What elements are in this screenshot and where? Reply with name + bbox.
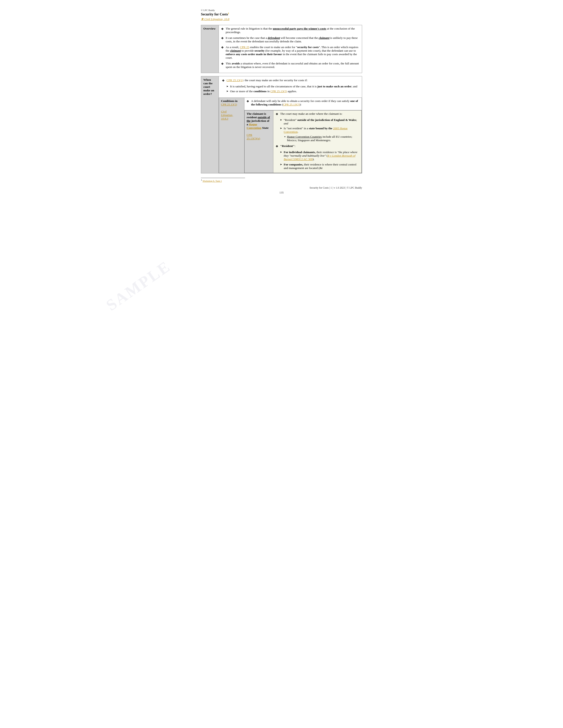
inner-right-resident: "Resident": [275, 144, 359, 148]
footnote: 1 Workshop 6, Task 1 [201, 179, 362, 182]
inner-right-col: The court may make an order where the cl… [273, 111, 362, 173]
inner-right-companies: For companies, their residence is where … [280, 163, 359, 170]
conditions-col2-wrapper: A defendant will only be able to obtain … [244, 98, 362, 173]
when-court-bullet-1: CPR 25.13(1): the court may make an orde… [222, 79, 359, 83]
when-court-content: CPR 25.13(1): the court may make an orde… [219, 76, 362, 173]
overview-table: Overview The general rule in litigation … [201, 25, 362, 73]
when-court-sub-bullet-2: One or more of the conditions in CPR 25.… [226, 90, 359, 93]
inner-right-sub-2: Is "not resident" in a state bound by th… [280, 127, 359, 134]
page-footer: Security for Costs | 1 | v 1.0 2023 | © … [201, 186, 362, 190]
footnote-line [201, 178, 245, 178]
cpr-25-13-2-conditions-link[interactable]: CPR 25.13(2) [221, 103, 237, 106]
hague-convention-link[interactable]: Hague Convention [246, 123, 261, 129]
conditions-table: Conditions in CPR 25.13(2) CivilLitigati… [219, 98, 362, 173]
copyright: © LPC Buddy [201, 9, 362, 11]
conditions-intro: A defendant will only be able to obtain … [246, 99, 360, 106]
when-court-sub-bullet-1: It is satisfied, having regard to all th… [226, 85, 359, 88]
inner-right-individual: For individual claimants, their residenc… [280, 150, 359, 161]
conditions-col1: Conditions in CPR 25.13(2) CivilLitigati… [219, 98, 244, 173]
page-title: Security for Costs1 [201, 12, 362, 16]
overview-bullet-3: As a result, CPR 25 enables the court to… [221, 45, 360, 60]
overview-bullet-4: This avoids a situation where, even if t… [221, 62, 360, 69]
subtitle-link[interactable]: Civil Litigation, 10.8 [201, 17, 362, 21]
civil-lit-link[interactable]: CivilLitigation,10.8.3 [221, 110, 233, 120]
overview-header: Overview [201, 25, 219, 73]
inner-right-square-1: Hague Convention Countries include all E… [285, 135, 359, 142]
cpr-25-13-2a-link[interactable]: CPR25.13(2)(a) [246, 133, 260, 140]
page-number: 135 [201, 191, 362, 194]
footer-right: Security for Costs | 1 | v 1.0 2023 | © … [310, 186, 362, 190]
cpr-25-13-2-link[interactable]: CPR 25.13(2) [270, 90, 287, 93]
overview-bullet-1: The general rule in litigation is that t… [221, 27, 360, 34]
inner-right-bullet-1: The court may make an order where the cl… [275, 112, 359, 116]
footnote-link[interactable]: Workshop 6, Task 1 [202, 180, 222, 182]
cpr25-link[interactable]: CPR 25 [240, 45, 249, 49]
overview-content: The general rule in litigation is that t… [219, 25, 362, 73]
inner-sub-table: The claimant is resident outside of the … [244, 110, 362, 173]
overview-bullet-2: It can sometimes be the case that a defe… [221, 36, 360, 43]
inner-left-col: The claimant is resident outside of the … [244, 111, 273, 173]
cpr-25-13-2-link2[interactable]: CPR 25.13(2) [283, 103, 300, 106]
when-court-header: When can the court make an order? [201, 76, 219, 173]
cpr-25-13-1-link[interactable]: CPR 25.13(1) [226, 79, 243, 82]
inner-right-sub-1: "Resident" outside of the jurisdiction o… [280, 118, 359, 125]
when-court-table: When can the court make an order? CPR 25… [201, 76, 362, 173]
